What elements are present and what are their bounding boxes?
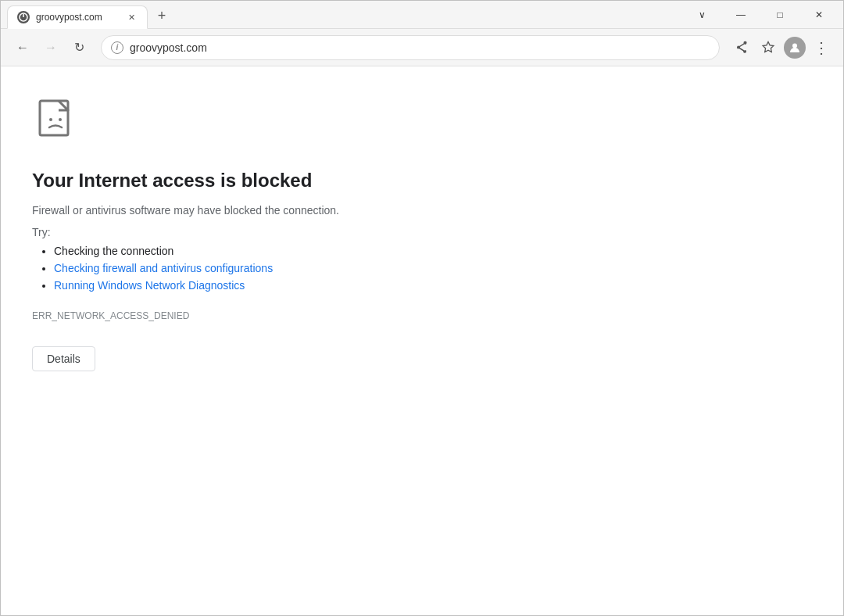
- close-button[interactable]: ✕: [801, 1, 837, 29]
- new-tab-button[interactable]: +: [151, 5, 173, 27]
- browser-window: groovypost.com ✕ + ∨ — □ ✕ ← → ↻ i groov…: [0, 0, 844, 616]
- restore-button[interactable]: □: [762, 1, 798, 29]
- error-title: Your Internet access is blocked: [32, 170, 812, 192]
- error-code: ERR_NETWORK_ACCESS_DENIED: [32, 310, 812, 321]
- nav-right-buttons: ⋮: [729, 35, 834, 60]
- active-tab[interactable]: groovypost.com ✕: [7, 5, 148, 29]
- minimize-button[interactable]: —: [723, 1, 759, 29]
- forward-button[interactable]: →: [38, 35, 63, 60]
- share-button[interactable]: [729, 35, 754, 60]
- address-text: groovypost.com: [130, 41, 207, 54]
- back-button[interactable]: ←: [10, 35, 35, 60]
- share-icon: [735, 41, 749, 55]
- page-content: Your Internet access is blocked Firewall…: [1, 66, 843, 615]
- reload-button[interactable]: ↻: [66, 35, 91, 60]
- security-info-icon: i: [111, 41, 123, 54]
- title-bar: groovypost.com ✕ + ∨ — □ ✕: [1, 1, 843, 29]
- menu-button[interactable]: ⋮: [809, 35, 834, 60]
- suggestion-item-2: Checking firewall and antivirus configur…: [54, 262, 812, 274]
- person-icon: [789, 41, 801, 54]
- suggestions-list: Checking the connection Checking firewal…: [32, 245, 812, 292]
- blocked-icon: [32, 98, 82, 148]
- tab-close-button[interactable]: ✕: [125, 11, 138, 23]
- tab-area: groovypost.com ✕ +: [7, 1, 678, 28]
- tab-title: groovypost.com: [36, 12, 119, 23]
- suggestion-item-3: Running Windows Network Diagnostics: [54, 279, 812, 292]
- details-button[interactable]: Details: [32, 346, 95, 371]
- suggestion-item-1: Checking the connection: [54, 245, 812, 257]
- address-bar-wrap: i groovypost.com: [101, 35, 720, 60]
- error-description: Firewall or antivirus software may have …: [32, 204, 812, 217]
- star-icon: [761, 41, 775, 55]
- suggestion-text-1: Checking the connection: [54, 245, 173, 257]
- address-bar[interactable]: i groovypost.com: [101, 35, 720, 60]
- svg-point-2: [792, 43, 797, 48]
- chevron-down-button[interactable]: ∨: [684, 1, 720, 29]
- svg-point-4: [49, 118, 52, 121]
- tab-favicon: [17, 11, 30, 23]
- nav-bar: ← → ↻ i groovypost.com: [1, 29, 843, 66]
- svg-point-5: [59, 118, 62, 121]
- try-label: Try:: [32, 226, 812, 238]
- diagnostics-link[interactable]: Running Windows Network Diagnostics: [54, 279, 245, 292]
- window-controls: ∨ — □ ✕: [678, 1, 843, 29]
- error-icon: [32, 98, 812, 151]
- profile-button[interactable]: [782, 35, 807, 60]
- avatar: [784, 37, 806, 59]
- firewall-link[interactable]: Checking firewall and antivirus configur…: [54, 262, 273, 274]
- bookmark-button[interactable]: [756, 35, 781, 60]
